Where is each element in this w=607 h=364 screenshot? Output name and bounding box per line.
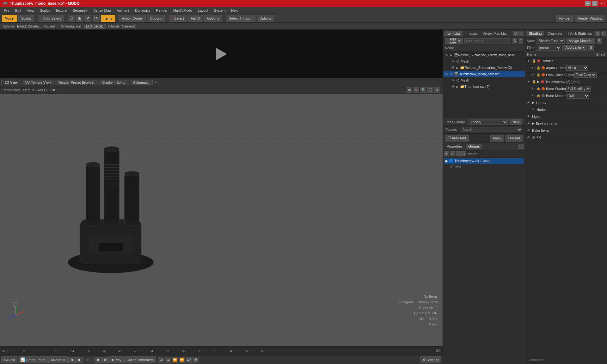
add-item-button[interactable]: Add Item ▾ <box>445 38 463 44</box>
tab-properties[interactable]: Properties <box>444 144 465 149</box>
groups-icon-1[interactable]: 👁 <box>444 151 449 156</box>
settings-button[interactable]: ⚙ Settings <box>420 356 441 363</box>
tab-info-stats[interactable]: Info & Statistics <box>565 31 594 36</box>
shading-tree[interactable]: 👁 🔒 Render 👁 🔒 Alpha Output Alpha <box>525 58 607 355</box>
tab-gradient-editor[interactable]: Gradient Editor <box>99 80 129 85</box>
shade-base-material[interactable]: 👁 🔒 Base Material (all) <box>525 92 607 99</box>
groups-icon-3[interactable]: □ <box>456 151 461 156</box>
options3-button[interactable]: Options <box>257 15 274 22</box>
tab-shading[interactable]: Shading <box>526 31 544 36</box>
eye-icon-0[interactable]: 👁 <box>444 53 449 57</box>
frame-prev-prev-btn[interactable]: |◀ <box>68 357 75 363</box>
transport-btn-6[interactable]: ⚙ <box>193 357 199 363</box>
shade-final-color[interactable]: 👁 🔒 Final Color Output Final Color <box>525 71 607 78</box>
menu-layout[interactable]: Layout <box>195 8 211 13</box>
transport-btn-1[interactable]: ⏮ <box>158 357 164 363</box>
panel-icon-2[interactable]: □ <box>518 31 524 36</box>
shade-environments[interactable]: 👁 ▶ Environments <box>525 120 607 127</box>
tab-images[interactable]: Images <box>463 31 480 36</box>
menu-edit[interactable]: Edit <box>13 8 24 13</box>
shade-render[interactable]: 👁 🔒 Render <box>525 58 607 64</box>
options2-button[interactable]: Options <box>204 15 222 22</box>
shade-eye-env[interactable]: 👁 <box>527 122 531 125</box>
shade-lights[interactable]: 👁 Lights <box>525 113 607 120</box>
tab-schematic[interactable]: Schematic <box>130 80 153 85</box>
shade-eye-bake[interactable]: 👁 <box>527 129 531 132</box>
play-button[interactable] <box>213 46 229 62</box>
shading-icon-2[interactable]: □ <box>601 31 606 36</box>
discard-button[interactable]: Discard <box>506 135 523 142</box>
timeline[interactable]: 0 0 6 12 18 24 30 36 42 48 54 60 66 72 7… <box>0 346 443 355</box>
render-button[interactable]: Render <box>556 15 573 22</box>
close-button[interactable]: ✕ <box>599 1 604 6</box>
menu-view[interactable]: View <box>24 8 37 13</box>
tab-3d-view[interactable]: 3D View <box>1 80 21 85</box>
shade-eye-render[interactable]: 👁 <box>527 59 531 63</box>
tab-render-preset[interactable]: Render Preset Browser <box>55 80 98 85</box>
eye-icon-2[interactable]: 👁 <box>451 66 456 70</box>
assign-f-btn[interactable]: F <box>597 38 602 44</box>
add-layer-s-btn[interactable]: S <box>588 45 594 51</box>
3d-canvas[interactable]: X Y Z No Items Polygons : Catmull-Clark … <box>0 94 443 346</box>
pass-groups-select[interactable]: (none) <box>469 119 508 125</box>
viewport-icon-3[interactable]: 🔍 <box>420 87 426 93</box>
timeline-ruler[interactable]: 0 6 12 18 24 30 36 42 48 54 60 66 72 78 … <box>8 347 433 355</box>
add-layer-button[interactable]: Add Layer ▾ <box>562 45 587 51</box>
transport-btn-5[interactable]: 🔊 <box>186 357 192 363</box>
new-group-btn[interactable]: + <box>518 144 524 149</box>
shading-icon-1[interactable]: ⬡ <box>595 31 600 36</box>
tab-item-list[interactable]: Item List <box>444 31 463 36</box>
shader-tree-select[interactable]: Shader Tree <box>536 38 565 44</box>
frame-input[interactable] <box>82 357 95 363</box>
shade-alpha-output[interactable]: 👁 🔒 Alpha Output Alpha <box>525 64 607 71</box>
group-item-thumbscrew[interactable]: ▶ 🔵 Thumbscrew (3) : Group <box>444 158 524 164</box>
toolbar-icon-2[interactable]: ⊞ <box>76 15 83 22</box>
add-tab-icon[interactable]: + <box>153 80 158 85</box>
frame-next-next-btn[interactable]: ▶| <box>102 357 109 363</box>
maximize-button[interactable]: □ <box>592 1 598 6</box>
tab-vertex-map-list[interactable]: Vertex Map List <box>480 31 509 36</box>
shade-eye-final[interactable]: 👁 <box>531 73 536 76</box>
transport-btn-3[interactable]: ⏪ <box>172 357 178 363</box>
frame-prev-btn[interactable]: ◀ <box>75 357 82 363</box>
transport-btn-2[interactable]: ⏭ <box>165 357 171 363</box>
cache-deformers-button[interactable]: Cache Deformers <box>124 356 156 363</box>
shade-eye-bs[interactable]: 👁 <box>531 87 536 90</box>
shade-bake-items[interactable]: 👁 Bake Items <box>525 127 607 134</box>
menu-vertexmap[interactable]: Vertex Map <box>91 8 113 13</box>
passes-select[interactable]: (none) <box>460 127 522 132</box>
select-through-button[interactable]: Select Through <box>226 15 255 22</box>
eye-icon-5[interactable]: 👁 <box>451 85 456 88</box>
eye-icon-4[interactable]: 👁 <box>451 78 456 82</box>
menu-maxtomodo[interactable]: MaxToModo <box>171 8 195 13</box>
filter-select[interactable]: (none) <box>536 45 561 51</box>
animated-button[interactable]: Animated <box>48 356 67 363</box>
menu-system[interactable]: System <box>212 8 228 13</box>
toolbar-icon-4[interactable]: ⟳ <box>93 15 100 22</box>
window-controls[interactable]: ─ □ ✕ <box>585 1 604 6</box>
bm-effect-select[interactable]: (all) <box>567 93 589 99</box>
viewport-icon-4[interactable]: ⛶ <box>427 87 433 93</box>
viewport-icon-5[interactable]: ⚙ <box>434 87 440 93</box>
filter-f-btn[interactable]: F <box>518 38 523 44</box>
shade-eye-lib[interactable]: 👁 <box>527 101 531 104</box>
items-button[interactable]: Items <box>101 15 115 22</box>
tab-groups[interactable]: Groups <box>466 144 482 149</box>
assign-material-button[interactable]: Assign Material <box>566 38 595 44</box>
tab-uv-texture[interactable]: UV Texture View <box>22 80 54 85</box>
menu-help[interactable]: Help <box>229 8 241 13</box>
model-button[interactable]: Model <box>2 15 17 22</box>
tree-item-5[interactable]: 👁 ▶ 📁 Thumbscrew (2) <box>443 83 525 90</box>
auto-select-button[interactable]: Auto Select <box>38 15 64 22</box>
tree-item-2[interactable]: 👁 ▶ 📁 Rescue_Submarine_Yellow (2) <box>443 64 525 71</box>
tab-channels[interactable]: Channels <box>545 31 564 36</box>
action-center-button[interactable]: Action Center <box>119 15 146 22</box>
shade-fx[interactable]: 👁 FX <box>525 134 607 141</box>
sculpt-button[interactable]: Sculpt <box>18 15 34 22</box>
tree-item-0[interactable]: 👁 ▶ 🎬 Rescue_Submarine_Yellow_modo_base.… <box>443 52 525 58</box>
audio-button[interactable]: ♪ Audio <box>1 356 17 363</box>
menu-file[interactable]: File <box>1 8 12 13</box>
tree-item-1[interactable]: 👁 ⬡ Mesh <box>443 58 525 64</box>
shade-eye-fx[interactable]: 👁 <box>527 136 531 139</box>
menu-texture[interactable]: Texture <box>53 8 69 13</box>
